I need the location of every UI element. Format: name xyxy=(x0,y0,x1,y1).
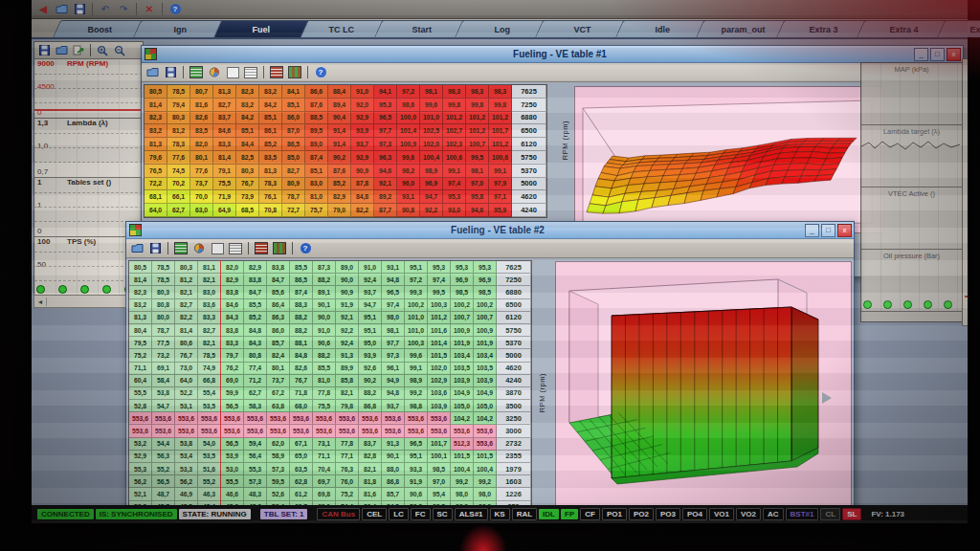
ve-cell[interactable]: 65,0 xyxy=(290,451,313,463)
ve-cell[interactable]: 88,2 xyxy=(290,312,313,324)
ve-cell[interactable]: 94,6 xyxy=(466,204,489,217)
ve-cell[interactable]: 55,2 xyxy=(152,463,175,475)
ve-cell[interactable]: 553,6 xyxy=(244,425,267,437)
ve-cell[interactable]: 97,4 xyxy=(443,178,466,191)
ve-cell[interactable]: 82,1 xyxy=(198,337,221,349)
ve-cell[interactable]: 73,9 xyxy=(236,190,259,204)
ve-cell[interactable]: 84,3 xyxy=(244,337,267,349)
ve-cell[interactable]: 103,5 xyxy=(451,363,474,375)
ve-cell[interactable]: 93,7 xyxy=(382,400,405,412)
ve-cell[interactable]: 53,8 xyxy=(175,438,198,451)
ve-cell[interactable]: 74,9 xyxy=(198,363,221,375)
ve-cell[interactable]: 80,5 xyxy=(129,261,152,274)
ve-cell[interactable]: 553,6 xyxy=(198,425,221,437)
ve-cell[interactable]: 68,0 xyxy=(290,400,313,412)
ve-cell[interactable]: 67,2 xyxy=(267,387,290,400)
ve-cell[interactable]: 80,1 xyxy=(267,363,290,375)
ve-cell[interactable]: 82,9 xyxy=(244,261,267,274)
ve-cell[interactable]: 82,3 xyxy=(236,85,259,99)
ve-cell[interactable]: 84,5 xyxy=(382,501,405,505)
ve-cell[interactable]: 89,4 xyxy=(328,99,351,112)
ve-cell[interactable]: 73,0 xyxy=(175,363,198,375)
ve-cell[interactable]: 90,4 xyxy=(328,112,351,125)
ve-cell[interactable]: 99,8 xyxy=(443,99,466,112)
ve-cell[interactable]: 93,9 xyxy=(359,349,382,362)
ve-cell[interactable]: 90,2 xyxy=(359,375,382,387)
ve-cell[interactable]: 80,0 xyxy=(152,312,175,324)
ve-cell[interactable]: 553,6 xyxy=(221,412,244,425)
ve-cell[interactable]: 84,2 xyxy=(236,112,259,125)
ve-cell[interactable]: 97,7 xyxy=(382,337,405,349)
ve-cell[interactable]: 91,0 xyxy=(359,261,382,274)
ve-cell[interactable]: 93,7 xyxy=(359,286,382,298)
ve-cell[interactable]: 96,9 xyxy=(474,274,497,286)
ve-cell[interactable]: 81,4 xyxy=(175,324,198,337)
ve-cell[interactable]: 92,9 xyxy=(351,151,374,165)
ve-cell[interactable]: 82,1 xyxy=(359,463,382,475)
ve-cell[interactable]: 69,0 xyxy=(313,501,336,505)
ve-cell[interactable]: 99,6 xyxy=(405,349,428,362)
tab-fuel[interactable]: Fuel xyxy=(213,20,309,37)
ve-cell[interactable]: 82,7 xyxy=(198,324,221,337)
ve-cell[interactable]: 56,5 xyxy=(221,400,244,412)
ve-cell[interactable]: 59,5 xyxy=(267,475,290,488)
ve-cell[interactable]: 81,6 xyxy=(359,488,382,500)
ve-cell[interactable]: 69,7 xyxy=(313,475,336,488)
ve-cell[interactable]: 102,0 xyxy=(428,363,451,375)
ve-cell[interactable]: 54,7 xyxy=(152,400,175,412)
ve-cell[interactable]: 71,1 xyxy=(313,451,336,463)
ve-cell[interactable]: 56,5 xyxy=(221,438,244,451)
ve-cell[interactable]: 82,9 xyxy=(221,274,244,286)
ve-cell[interactable]: 99,2 xyxy=(451,475,474,488)
ve-cell[interactable]: 78,5 xyxy=(167,85,190,99)
save-icon[interactable] xyxy=(163,65,178,79)
ve-cell[interactable]: 90,9 xyxy=(336,286,359,298)
ve-cell[interactable]: 66,1 xyxy=(167,190,190,204)
ve-cell[interactable]: 100,2 xyxy=(474,299,497,312)
copy-icon[interactable] xyxy=(210,241,225,255)
ve-cell[interactable]: 87,7 xyxy=(374,204,397,217)
ve-cell[interactable]: 84,8 xyxy=(351,190,374,204)
ve-cell[interactable]: 95,1 xyxy=(359,312,382,324)
ve-cell[interactable]: 55,3 xyxy=(129,463,152,475)
ve-cell[interactable]: 85,1 xyxy=(259,112,282,125)
ve-cell[interactable]: 94,8 xyxy=(382,387,405,400)
ve-cell[interactable]: 52,9 xyxy=(129,451,152,463)
ve-cell[interactable]: 96,5 xyxy=(405,438,428,451)
ve-cell[interactable]: 88,2 xyxy=(313,349,336,362)
ve-cell[interactable]: 83,3 xyxy=(213,138,236,151)
ve-cell[interactable]: 78,3 xyxy=(167,138,190,151)
ve-cell[interactable]: 68,5 xyxy=(236,204,259,217)
ve-cell[interactable]: 101,7 xyxy=(489,124,512,138)
ve-cell[interactable]: 77,8 xyxy=(313,387,336,400)
ve-cell[interactable]: 89,5 xyxy=(305,124,328,138)
ve-cell[interactable]: 66,8 xyxy=(198,375,221,387)
ve-cell[interactable]: 96,9 xyxy=(474,501,497,505)
ve-cell[interactable]: 82,1 xyxy=(198,274,221,286)
ve-cell[interactable]: 90,8 xyxy=(397,204,420,217)
ve-cell[interactable]: 95,3 xyxy=(474,261,497,274)
ve-cell[interactable]: 64,0 xyxy=(175,375,198,387)
ve-cell[interactable]: 63,8 xyxy=(267,400,290,412)
ve-cell[interactable]: 92,0 xyxy=(351,99,374,112)
ve-cell[interactable]: 93,9 xyxy=(351,124,374,138)
open-icon[interactable] xyxy=(129,241,145,255)
ve-cell[interactable]: 80,7 xyxy=(190,85,213,99)
ve-cell[interactable]: 70,2 xyxy=(167,178,190,191)
ve-cell[interactable]: 98,3 xyxy=(466,85,489,99)
ve-cell[interactable]: 62,8 xyxy=(290,475,313,488)
ve-cell[interactable]: 81,1 xyxy=(198,261,221,274)
ve-cell[interactable]: 57,3 xyxy=(244,475,267,488)
ve-cell[interactable]: 96,3 xyxy=(374,151,397,165)
ve-cell[interactable]: 53,1 xyxy=(175,400,198,412)
ve-cell[interactable]: 102,3 xyxy=(443,138,466,151)
ve-cell[interactable]: 56,5 xyxy=(152,475,175,488)
ve-cell[interactable]: 56,3 xyxy=(152,451,175,463)
ve-cell[interactable]: 78,5 xyxy=(152,261,175,274)
ve-cell[interactable]: 100,3 xyxy=(405,337,428,349)
ve-cell[interactable]: 553,6 xyxy=(267,412,290,425)
ve-cell[interactable]: 60,7 xyxy=(290,501,313,505)
ve-cell[interactable]: 54,4 xyxy=(152,438,175,451)
ve-cell[interactable]: 78,5 xyxy=(152,274,175,286)
ve-cell[interactable]: 89,2 xyxy=(374,190,397,204)
